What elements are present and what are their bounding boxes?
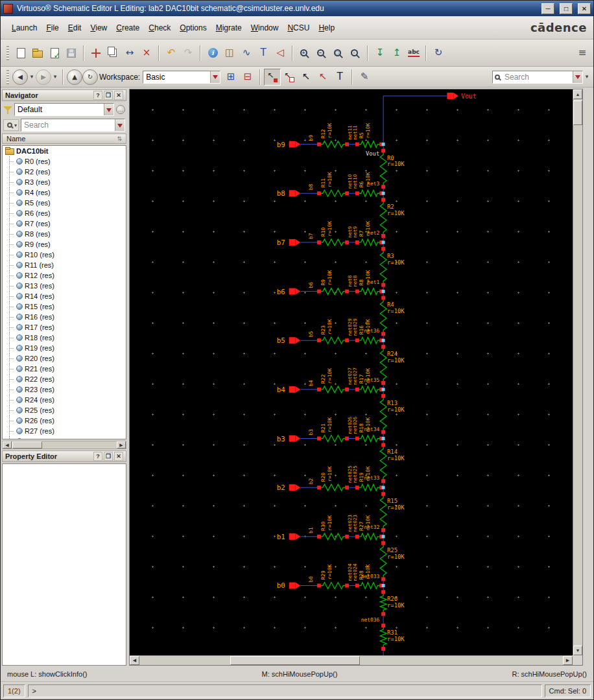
tree-item-R25[interactable]: R25 (res)	[3, 405, 126, 415]
check-and-save-button[interactable]	[46, 45, 63, 62]
schematic-area[interactable]: VoutVoutR0r=10Knet3R2r=10Knet2R3r=10Knet…	[130, 89, 573, 655]
menu-check[interactable]: Check	[144, 21, 175, 34]
edit-properties-button[interactable]: ✎	[356, 69, 373, 86]
menu-file[interactable]: File	[42, 21, 63, 34]
tree-item-R18[interactable]: R18 (res)	[3, 332, 126, 343]
selection-mode-button[interactable]	[264, 69, 281, 86]
title-bar[interactable]: Virtuoso® Schematic Editor L Editing: la…	[1, 1, 593, 16]
tree-item-R22[interactable]: R22 (res)	[3, 374, 126, 384]
tree-item-R20[interactable]: R20 (res)	[3, 353, 126, 364]
scroll-down-icon[interactable]: ▼	[573, 646, 582, 655]
zoom-in-button[interactable]	[296, 45, 313, 62]
tree-item-R26[interactable]: R26 (res)	[3, 415, 126, 426]
toolbar-options-button[interactable]: ≡	[574, 45, 591, 62]
probe-mode-button[interactable]: ↖	[315, 69, 331, 86]
tree-item-R12[interactable]: R12 (res)	[3, 270, 126, 281]
maximize-button[interactable]: □	[560, 3, 573, 14]
property-button[interactable]: i	[204, 45, 221, 62]
zoom-out-button[interactable]	[313, 45, 330, 62]
navigator-filter-combo[interactable]: Default	[14, 103, 114, 116]
tree-item-R8[interactable]: R8 (res)	[3, 229, 126, 239]
property-editor-help-button[interactable]: ?	[93, 452, 102, 461]
tree-item-R6[interactable]: R6 (res)	[3, 208, 126, 218]
navigator-close-button[interactable]: ✕	[114, 91, 123, 100]
scroll-right-icon[interactable]: ▶	[117, 441, 126, 449]
descend-button[interactable]: ↧	[372, 45, 388, 62]
zoom-window-button[interactable]	[347, 45, 364, 62]
zoom-fit-button[interactable]	[330, 45, 347, 62]
minimize-button[interactable]: ─	[541, 3, 554, 14]
move-button[interactable]	[88, 45, 104, 62]
navigator-float-button[interactable]: ❐	[104, 91, 113, 100]
canvas-hscrollbar[interactable]: ◀ ▶	[130, 655, 573, 665]
tree-item-R23[interactable]: R23 (res)	[3, 384, 126, 395]
tree-item-R19[interactable]: R19 (res)	[3, 343, 126, 353]
tree-item-R21[interactable]: R21 (res)	[3, 364, 126, 374]
workspace-combo[interactable]: Basic	[143, 71, 220, 84]
tree-item-R17[interactable]: R17 (res)	[3, 322, 126, 332]
pointer-mode-button[interactable]: ↖	[298, 69, 315, 86]
name-column-header[interactable]: Name ⇅	[2, 134, 126, 144]
tree-item-R27[interactable]: R27 (res)	[3, 426, 126, 436]
tree-item-R9[interactable]: R9 (res)	[3, 239, 126, 250]
toolbar-grip[interactable]	[6, 46, 9, 60]
rotate-button[interactable]: ↻	[430, 45, 447, 62]
tree-item-R16[interactable]: R16 (res)	[3, 312, 126, 322]
check-labels-button[interactable]: abc	[405, 45, 422, 62]
workspace-dropdown[interactable]	[210, 71, 220, 83]
scroll-thumb[interactable]	[573, 100, 582, 125]
back-button[interactable]: ◀	[12, 69, 28, 85]
menu-create[interactable]: Create	[112, 21, 144, 34]
delete-button[interactable]: ×	[138, 45, 155, 62]
text-mode-button[interactable]: T	[331, 69, 348, 86]
menu-ncsu[interactable]: NCSU	[283, 21, 314, 34]
menu-window[interactable]: Window	[246, 21, 283, 34]
new-button[interactable]	[12, 45, 29, 62]
save-button[interactable]	[63, 45, 80, 62]
menu-options[interactable]: Options	[175, 21, 211, 34]
tree-item-R5[interactable]: R5 (res)	[3, 198, 126, 208]
menu-help[interactable]: Help	[314, 21, 339, 34]
tree-root-DAC10bit[interactable]: DAC10bit	[3, 146, 126, 156]
navigator-filter-dropdown[interactable]	[104, 104, 113, 115]
back-history-button[interactable]: ▾	[28, 69, 36, 86]
scroll-left-icon[interactable]: ◀	[130, 656, 139, 665]
tree-item-R2[interactable]: R2 (res)	[3, 167, 126, 177]
scroll-thumb[interactable]	[230, 656, 360, 665]
stretch-button[interactable]: ↔	[121, 45, 138, 62]
pin-button[interactable]: ◁	[272, 45, 289, 62]
redo-button[interactable]: ↷	[180, 45, 196, 62]
tree-item-R4[interactable]: R4 (res)	[3, 187, 126, 198]
up-hierarchy-button[interactable]: ▲	[67, 69, 82, 85]
command-prompt[interactable]: >	[28, 684, 542, 697]
save-workspace-button[interactable]: ⊞	[222, 69, 239, 86]
navigator-hscrollbar[interactable]: ◀ ▶	[2, 441, 126, 449]
property-editor-close-button[interactable]: ✕	[114, 452, 123, 461]
menu-view[interactable]: View	[86, 21, 112, 34]
tree-item-R28[interactable]: R28 (res)	[3, 436, 126, 439]
scroll-right-icon[interactable]: ▶	[563, 656, 573, 665]
tree-item-R7[interactable]: R7 (res)	[3, 218, 126, 229]
close-button[interactable]: ✕	[578, 3, 591, 14]
tree-item-R0[interactable]: R0 (res)	[3, 156, 126, 167]
property-editor-header[interactable]: Property Editor ? ❐ ✕	[2, 450, 126, 462]
wire-name-button[interactable]: T	[255, 45, 272, 62]
sort-icon[interactable]: ⇅	[117, 135, 122, 142]
tree-item-R11[interactable]: R11 (res)	[3, 260, 126, 270]
property-editor-float-button[interactable]: ❐	[104, 452, 113, 461]
tree-item-R15[interactable]: R15 (res)	[3, 301, 126, 312]
toolbar-search-menu-button[interactable]: ▾	[583, 69, 591, 86]
scroll-left-icon[interactable]: ◀	[3, 441, 12, 449]
navigator-search-mode-button[interactable]: ▾	[3, 119, 19, 131]
copy-button[interactable]	[104, 45, 121, 62]
partial-selection-button[interactable]	[281, 69, 298, 86]
tree-item-R24[interactable]: R24 (res)	[3, 395, 126, 405]
toolbar-grip[interactable]	[6, 70, 9, 84]
canvas-vscrollbar[interactable]: ▲ ▼	[573, 89, 582, 655]
scroll-up-icon[interactable]: ▲	[573, 89, 582, 99]
tree-item-R3[interactable]: R3 (res)	[3, 177, 126, 187]
navigator-filter-options-button[interactable]: …	[116, 105, 125, 114]
forward-button[interactable]: ▶	[36, 69, 51, 85]
return-to-top-button[interactable]: ↥	[388, 45, 405, 62]
navigator-header[interactable]: Navigator ? ❐ ✕	[2, 89, 126, 101]
